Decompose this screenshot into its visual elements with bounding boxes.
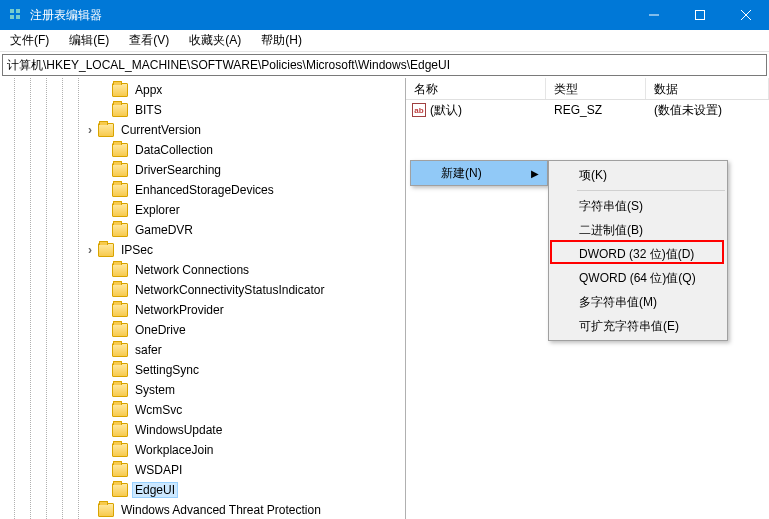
tree-label: BITS [132, 102, 165, 118]
tree-label: EdgeUI [132, 482, 178, 498]
tree-label: NetworkConnectivityStatusIndicator [132, 282, 327, 298]
tree-item[interactable]: Network Connections [6, 260, 405, 280]
folder-icon [112, 263, 128, 277]
ctx-expand[interactable]: 可扩充字符串值(E) [549, 314, 727, 338]
value-data: (数值未设置) [646, 102, 769, 119]
tree-label: SettingSync [132, 362, 202, 378]
menu-favorites[interactable]: 收藏夹(A) [185, 30, 245, 51]
svg-rect-5 [696, 11, 705, 20]
context-submenu: 项(K) 字符串值(S) 二进制值(B) DWORD (32 位)值(D) QW… [548, 160, 728, 341]
tree-item[interactable]: NetworkConnectivityStatusIndicator [6, 280, 405, 300]
folder-icon [112, 183, 128, 197]
folder-icon [112, 323, 128, 337]
ctx-qword[interactable]: QWORD (64 位)值(Q) [549, 266, 727, 290]
col-name[interactable]: 名称 [406, 78, 546, 99]
address-bar[interactable]: 计算机\HKEY_LOCAL_MACHINE\SOFTWARE\Policies… [2, 54, 767, 76]
tree-item[interactable]: SettingSync [6, 360, 405, 380]
tree-label: NetworkProvider [132, 302, 227, 318]
window-title: 注册表编辑器 [30, 7, 631, 24]
tree-label: safer [132, 342, 165, 358]
folder-icon [112, 443, 128, 457]
maximize-button[interactable] [677, 0, 723, 30]
context-menu: 新建(N) ▶ [410, 160, 548, 186]
tree-pane[interactable]: AppxBITSCurrentVersionDataCollectionDriv… [0, 78, 406, 519]
tree-item[interactable]: EnhancedStorageDevices [6, 180, 405, 200]
tree-label: Appx [132, 82, 165, 98]
folder-icon [112, 483, 128, 497]
ctx-multi[interactable]: 多字符串值(M) [549, 290, 727, 314]
tree-item[interactable]: WorkplaceJoin [6, 440, 405, 460]
folder-icon [112, 463, 128, 477]
close-button[interactable] [723, 0, 769, 30]
tree-item[interactable]: EdgeUI [6, 480, 405, 500]
tree-label: WSDAPI [132, 462, 185, 478]
folder-icon [112, 423, 128, 437]
ctx-binary[interactable]: 二进制值(B) [549, 218, 727, 242]
list-row[interactable]: ab(默认) REG_SZ (数值未设置) [406, 100, 769, 120]
tree-item[interactable]: Appx [6, 80, 405, 100]
tree-label: GameDVR [132, 222, 196, 238]
folder-icon [98, 243, 114, 257]
submenu-arrow-icon: ▶ [531, 168, 539, 179]
tree-item[interactable]: NetworkProvider [6, 300, 405, 320]
tree-item[interactable]: OneDrive [6, 320, 405, 340]
svg-rect-1 [16, 9, 20, 13]
menu-view[interactable]: 查看(V) [125, 30, 173, 51]
tree-item[interactable]: CurrentVersion [6, 120, 405, 140]
tree-item[interactable]: GameDVR [6, 220, 405, 240]
address-text: 计算机\HKEY_LOCAL_MACHINE\SOFTWARE\Policies… [7, 57, 450, 74]
menu-help[interactable]: 帮助(H) [257, 30, 306, 51]
folder-icon [112, 143, 128, 157]
minimize-button[interactable] [631, 0, 677, 30]
app-icon [8, 7, 24, 23]
tree-label: WorkplaceJoin [132, 442, 216, 458]
menu-edit[interactable]: 编辑(E) [65, 30, 113, 51]
expander-icon[interactable] [84, 244, 96, 256]
tree-label: OneDrive [132, 322, 189, 338]
svg-rect-2 [10, 15, 14, 19]
folder-icon [112, 103, 128, 117]
ctx-dword[interactable]: DWORD (32 位)值(D) [549, 242, 727, 266]
tree-item[interactable]: Windows Advanced Threat Protection [6, 500, 405, 519]
folder-icon [112, 303, 128, 317]
folder-icon [98, 503, 114, 517]
value-type: REG_SZ [546, 103, 646, 117]
folder-icon [112, 163, 128, 177]
tree-item[interactable]: IPSec [6, 240, 405, 260]
folder-icon [112, 283, 128, 297]
tree-label: Explorer [132, 202, 183, 218]
tree-label: Windows Advanced Threat Protection [118, 502, 324, 518]
tree-item[interactable]: BITS [6, 100, 405, 120]
tree-item[interactable]: WindowsUpdate [6, 420, 405, 440]
tree-item[interactable]: WSDAPI [6, 460, 405, 480]
folder-icon [112, 223, 128, 237]
tree-item[interactable]: DataCollection [6, 140, 405, 160]
folder-icon [98, 123, 114, 137]
string-value-icon: ab [412, 103, 426, 117]
menu-bar: 文件(F) 编辑(E) 查看(V) 收藏夹(A) 帮助(H) [0, 30, 769, 52]
tree-item[interactable]: WcmSvc [6, 400, 405, 420]
tree-item[interactable]: safer [6, 340, 405, 360]
tree-item[interactable]: System [6, 380, 405, 400]
ctx-new[interactable]: 新建(N) ▶ [411, 161, 547, 185]
ctx-string[interactable]: 字符串值(S) [549, 194, 727, 218]
ctx-new-label: 新建(N) [441, 165, 482, 182]
tree-label: EnhancedStorageDevices [132, 182, 277, 198]
svg-rect-0 [10, 9, 14, 13]
folder-icon [112, 363, 128, 377]
tree-label: DriverSearching [132, 162, 224, 178]
tree-label: DataCollection [132, 142, 216, 158]
tree-label: WindowsUpdate [132, 422, 225, 438]
menu-file[interactable]: 文件(F) [6, 30, 53, 51]
col-data[interactable]: 数据 [646, 78, 769, 99]
col-type[interactable]: 类型 [546, 78, 646, 99]
tree-label: System [132, 382, 178, 398]
ctx-key[interactable]: 项(K) [549, 163, 727, 187]
expander-icon[interactable] [84, 124, 96, 136]
tree-label: IPSec [118, 242, 156, 258]
tree-item[interactable]: Explorer [6, 200, 405, 220]
menu-separator [577, 190, 725, 191]
tree-label: Network Connections [132, 262, 252, 278]
tree-item[interactable]: DriverSearching [6, 160, 405, 180]
folder-icon [112, 203, 128, 217]
